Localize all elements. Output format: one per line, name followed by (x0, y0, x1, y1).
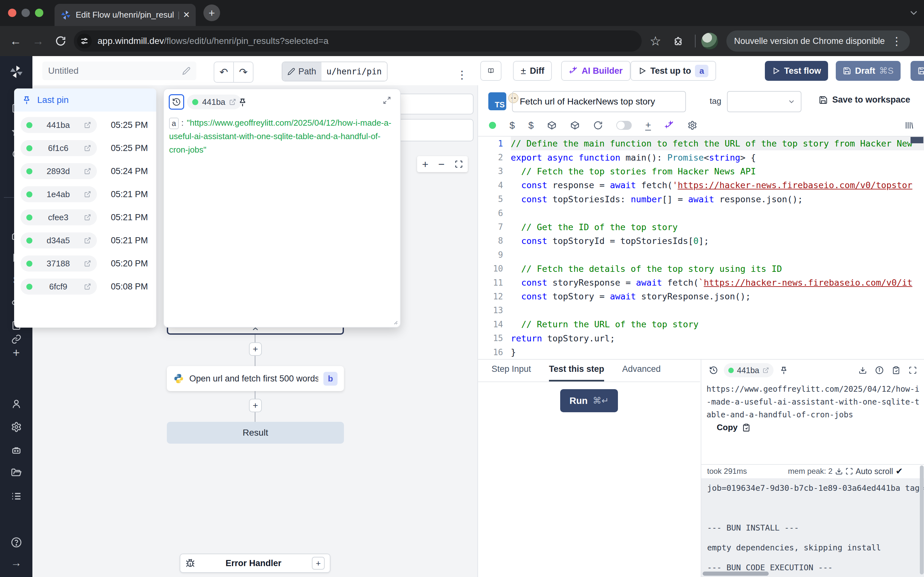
omnibox[interactable]: app.windmill.dev/flows/edit/u/henri/pin_… (74, 31, 642, 52)
deploy-button[interactable]: Deploy (911, 61, 924, 81)
resources-icon[interactable]: $ (528, 120, 534, 131)
last-pin-item[interactable]: 2893d05:24 PM (14, 160, 156, 183)
external-link-icon[interactable] (84, 283, 91, 290)
site-settings-icon[interactable] (77, 34, 92, 48)
expand-logs-icon[interactable] (845, 467, 853, 475)
zoom-in-icon[interactable]: + (422, 158, 428, 171)
code-line[interactable]: 2export async function main(): Promise<s… (478, 150, 924, 164)
test-flow-button[interactable]: Test flow (765, 61, 828, 81)
external-link-icon[interactable] (84, 121, 91, 129)
redo-button[interactable]: ↷ (234, 61, 254, 83)
pin-hash-pill[interactable]: d34a5 (21, 232, 97, 248)
copy-button[interactable]: Copy (717, 422, 750, 432)
tab-advanced[interactable]: Advanced (622, 364, 661, 382)
auto-scroll-checkbox[interactable]: ✔ (896, 466, 903, 476)
zoom-out-icon[interactable]: − (438, 158, 445, 171)
code-line[interactable]: 4 const response = await fetch('https://… (478, 178, 924, 192)
sidebar-workers-icon[interactable] (11, 445, 22, 456)
sidebar-add-icon[interactable]: + (13, 346, 19, 359)
code-line[interactable]: 5 const topStoriesIds: number[] = await … (478, 192, 924, 206)
code-line[interactable]: 8 const topStoryId = topStoriesIds[0]; (478, 234, 924, 248)
reset-icon[interactable] (593, 121, 603, 130)
draft-button[interactable]: Draft ⌘S (836, 61, 901, 81)
diff-button[interactable]: ± Diff (513, 61, 552, 81)
last-pin-item[interactable]: cfee305:21 PM (14, 206, 156, 229)
fit-view-icon[interactable] (455, 160, 463, 168)
expand-icon[interactable] (383, 96, 391, 105)
code-line[interactable]: 10 // Fetch the details of the top story… (478, 262, 924, 276)
toolbar-kebab-icon[interactable]: ⋮ (457, 68, 467, 81)
result-pin-pill[interactable]: 441ba (724, 363, 774, 377)
step-name-input[interactable]: Fetch url of HackerNews top story (512, 91, 686, 112)
pin-hash-pill[interactable]: cfee3 (21, 210, 97, 226)
editor-settings-icon[interactable] (688, 121, 697, 130)
chrome-menu-icon[interactable]: ⋮ (891, 35, 902, 47)
resize-grip-icon[interactable] (391, 318, 398, 325)
browser-tab[interactable]: Edit Flow u/henri/pin_results | ✕ (55, 4, 196, 26)
chrome-update-button[interactable]: Nouvelle version de Chrome disponible ⋮ (726, 31, 910, 52)
ai-assistant-icon[interactable] (664, 121, 674, 130)
code-line[interactable]: 3 // Fetch the top stories from Hacker N… (478, 164, 924, 178)
history-button[interactable] (169, 94, 184, 110)
window-minimize-button[interactable] (21, 9, 30, 17)
last-pin-item[interactable]: 1e4ab05:21 PM (14, 183, 156, 206)
tab-close-icon[interactable]: ✕ (183, 10, 190, 20)
pin-hash-pill[interactable]: 6f1c6 (21, 140, 97, 156)
pin-hash-pill[interactable]: 2893d (21, 163, 97, 179)
copy-result-icon[interactable] (892, 366, 900, 374)
insert-step-button[interactable]: + (249, 342, 262, 356)
package-icon[interactable] (547, 121, 557, 130)
bookmark-star-icon[interactable]: ☆ (644, 34, 667, 48)
code-editor[interactable]: 1// Define the main function to fetch th… (478, 137, 924, 359)
run-button[interactable]: Run ⌘↵ (560, 389, 618, 412)
sidebar-folders-icon[interactable] (11, 468, 22, 479)
last-pin-item[interactable]: d34a505:21 PM (14, 229, 156, 252)
external-link-icon[interactable] (84, 260, 91, 267)
popup-pin-pill[interactable]: 441ba (187, 95, 241, 109)
external-link-icon[interactable] (229, 98, 236, 105)
code-line[interactable]: 9 (478, 248, 924, 261)
tag-select[interactable] (727, 91, 801, 112)
code-line[interactable]: 16} (478, 345, 924, 359)
sidebar-user-icon[interactable] (11, 398, 22, 409)
sidebar-help-icon[interactable] (11, 537, 22, 548)
flow-name-field[interactable]: Untitled (42, 61, 196, 80)
save-to-workspace-button[interactable]: Save to workspace (819, 95, 910, 105)
sidebar-link-icon[interactable] (11, 334, 21, 344)
pin-toggle-icon[interactable] (779, 366, 788, 375)
code-line[interactable]: 13 (478, 303, 924, 318)
pin-toggle-icon[interactable] (238, 97, 247, 107)
pin-hash-pill[interactable]: 441ba (21, 117, 97, 133)
horizontal-scrollbar[interactable] (703, 572, 769, 576)
external-link-icon[interactable] (762, 367, 769, 374)
reload-icon[interactable] (49, 35, 72, 47)
profile-avatar[interactable] (701, 33, 718, 49)
last-pin-item[interactable]: 6fcf905:08 PM (14, 275, 156, 298)
external-link-icon[interactable] (84, 168, 91, 175)
diff-toggle[interactable] (616, 121, 632, 130)
code-line[interactable]: 7 // Get the ID of the top story (478, 220, 924, 234)
external-link-icon[interactable] (84, 237, 91, 244)
code-line[interactable]: 15 return topStory.url; (478, 331, 924, 345)
last-pin-item[interactable]: 6f1c605:25 PM (14, 137, 156, 160)
windmill-logo-icon[interactable] (9, 64, 24, 79)
tab-test-this-step[interactable]: Test this step (549, 364, 604, 382)
external-link-icon[interactable] (84, 145, 91, 152)
fullscreen-icon[interactable] (909, 366, 917, 374)
code-line[interactable]: 14 // Return the URL of the top story (478, 318, 924, 331)
sidebar-collapse-icon[interactable]: → (11, 556, 22, 569)
undo-button[interactable]: ↶ (214, 61, 234, 83)
external-link-icon[interactable] (84, 191, 91, 198)
error-handler-add-button[interactable]: + (312, 557, 325, 570)
window-close-button[interactable] (8, 9, 16, 17)
forward-icon[interactable]: → (27, 34, 49, 48)
docs-button[interactable] (480, 61, 501, 81)
pin-hash-pill[interactable]: 37188 (21, 255, 97, 271)
code-line[interactable]: 11 const storyResponse = await fetch(`ht… (478, 276, 924, 290)
code-line[interactable]: 6 (478, 206, 924, 220)
back-icon[interactable]: ← (5, 34, 27, 48)
step-b-node[interactable]: Open url and fetch first 500 words of ..… (167, 366, 344, 391)
download-result-icon[interactable] (859, 366, 867, 374)
test-up-to-button[interactable]: Test up to a (630, 61, 716, 81)
tab-step-input[interactable]: Step Input (491, 364, 531, 382)
